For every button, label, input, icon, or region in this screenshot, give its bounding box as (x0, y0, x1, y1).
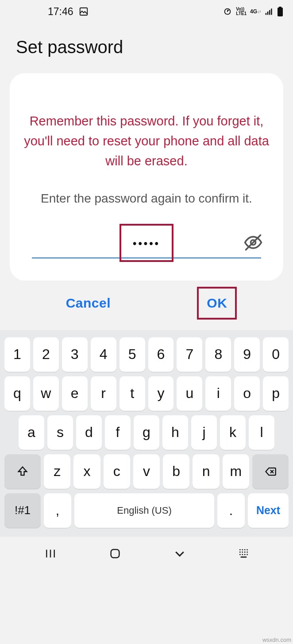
key-v[interactable]: v (133, 454, 160, 489)
keyboard: 1234567890 qwertyuiop asdfghjkl zxcvbnm … (0, 330, 293, 537)
space-key[interactable]: English (US) (74, 493, 214, 528)
key-f[interactable]: f (105, 415, 131, 450)
key-9[interactable]: 9 (234, 337, 260, 372)
collapse-keyboard-icon[interactable] (173, 547, 186, 562)
key-g[interactable]: g (134, 415, 159, 450)
status-bar: 17:46 Vo))LTE1 4G↓↑ (0, 0, 293, 23)
key-n[interactable]: n (193, 454, 219, 489)
button-row: Cancel OK (0, 281, 293, 330)
svg-rect-6 (279, 7, 281, 8)
visibility-off-icon[interactable] (243, 233, 263, 254)
next-key[interactable]: Next (248, 493, 289, 528)
svg-point-26 (247, 554, 248, 555)
home-icon[interactable] (109, 547, 121, 562)
key-b[interactable]: b (163, 454, 189, 489)
key-z[interactable]: z (44, 454, 70, 489)
warning-text: Remember this password. If you forget it… (24, 111, 269, 171)
ok-button[interactable]: OK (207, 296, 227, 311)
alarm-icon (223, 7, 232, 16)
key-o[interactable]: o (234, 376, 260, 411)
svg-point-21 (244, 551, 245, 553)
key-7[interactable]: 7 (177, 337, 202, 372)
key-w[interactable]: w (33, 376, 59, 411)
key-1[interactable]: 1 (4, 337, 30, 372)
key-y[interactable]: y (148, 376, 174, 411)
svg-point-19 (239, 551, 240, 553)
key-k[interactable]: k (220, 415, 246, 450)
key-l[interactable]: l (249, 415, 274, 450)
svg-point-24 (242, 554, 243, 555)
comma-key[interactable]: , (44, 493, 71, 528)
svg-point-16 (242, 549, 243, 550)
watermark: wsxdn.com (262, 636, 291, 643)
svg-rect-5 (278, 8, 283, 16)
backspace-key[interactable] (252, 454, 289, 489)
svg-point-17 (244, 549, 245, 550)
svg-point-20 (242, 551, 243, 553)
key-6[interactable]: 6 (148, 337, 174, 372)
key-q[interactable]: q (4, 376, 30, 411)
volte-icon: Vo))LTE1 (236, 7, 247, 16)
key-r[interactable]: r (91, 376, 116, 411)
recents-icon[interactable] (44, 547, 57, 562)
password-card: Remember this password. If you forget it… (10, 73, 283, 281)
image-icon (79, 7, 89, 16)
keyboard-grid-icon[interactable] (238, 548, 250, 561)
key-p[interactable]: p (263, 376, 289, 411)
svg-point-18 (247, 549, 248, 550)
svg-point-25 (244, 554, 245, 555)
key-0[interactable]: 0 (263, 337, 289, 372)
key-t[interactable]: t (120, 376, 145, 411)
key-s[interactable]: s (47, 415, 73, 450)
instruction-text: Enter the password again to confirm it. (24, 189, 269, 209)
cancel-button[interactable]: Cancel (66, 296, 111, 311)
password-mask: ••••• (133, 237, 160, 250)
key-m[interactable]: m (223, 454, 249, 489)
signal-icon (265, 7, 274, 16)
key-h[interactable]: h (162, 415, 188, 450)
key-a[interactable]: a (19, 415, 44, 450)
key-4[interactable]: 4 (91, 337, 116, 372)
page-title: Set password (0, 23, 293, 73)
key-2[interactable]: 2 (33, 337, 59, 372)
network-4g-icon: 4G↓↑ (250, 9, 261, 14)
key-d[interactable]: d (76, 415, 102, 450)
key-j[interactable]: j (191, 415, 217, 450)
shift-key[interactable] (4, 454, 41, 489)
svg-rect-14 (111, 549, 119, 558)
key-3[interactable]: 3 (62, 337, 88, 372)
key-e[interactable]: e (62, 376, 88, 411)
status-time: 17:46 (48, 6, 73, 18)
symbols-key[interactable]: !#1 (4, 493, 41, 528)
svg-rect-1 (266, 13, 267, 15)
key-5[interactable]: 5 (120, 337, 145, 372)
key-c[interactable]: c (104, 454, 130, 489)
password-input[interactable]: ••••• (32, 229, 261, 258)
svg-point-15 (239, 549, 240, 550)
period-key[interactable]: . (217, 493, 245, 528)
svg-rect-2 (267, 12, 269, 15)
key-u[interactable]: u (177, 376, 202, 411)
nav-bar (0, 537, 293, 572)
svg-rect-3 (269, 10, 270, 15)
key-x[interactable]: x (73, 454, 100, 489)
svg-rect-27 (240, 556, 247, 558)
key-8[interactable]: 8 (205, 337, 231, 372)
key-i[interactable]: i (205, 376, 231, 411)
battery-icon (277, 7, 283, 16)
svg-point-23 (239, 554, 240, 555)
svg-rect-4 (271, 8, 272, 15)
svg-point-22 (247, 551, 248, 553)
